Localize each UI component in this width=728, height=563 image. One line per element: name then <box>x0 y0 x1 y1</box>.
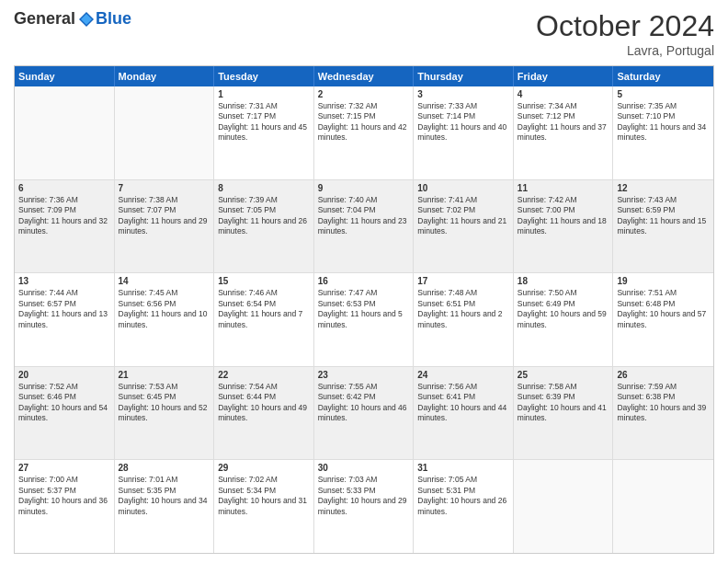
logo: General Blue <box>14 9 131 29</box>
cell-info: Sunrise: 7:44 AM Sunset: 6:57 PM Dayligh… <box>18 288 110 330</box>
day-number: 16 <box>318 276 410 286</box>
day-number: 23 <box>318 370 410 380</box>
day-number: 11 <box>518 183 609 193</box>
cell-info: Sunrise: 7:41 AM Sunset: 7:02 PM Dayligh… <box>417 195 509 237</box>
cell-info: Sunrise: 7:33 AM Sunset: 7:14 PM Dayligh… <box>417 101 509 144</box>
calendar-cell: 28Sunrise: 7:01 AM Sunset: 5:35 PM Dayli… <box>115 460 215 553</box>
calendar-cell: 22Sunrise: 7:54 AM Sunset: 6:44 PM Dayli… <box>214 367 314 460</box>
day-number: 21 <box>119 370 210 380</box>
cell-info: Sunrise: 7:47 AM Sunset: 6:53 PM Dayligh… <box>318 288 410 330</box>
day-number: 1 <box>218 89 310 99</box>
month-title: October 2024 <box>536 9 714 43</box>
calendar-cell: 8Sunrise: 7:39 AM Sunset: 7:05 PM Daylig… <box>214 180 314 273</box>
logo-icon <box>77 10 96 29</box>
calendar-row-1: 6Sunrise: 7:36 AM Sunset: 7:09 PM Daylig… <box>15 179 713 273</box>
calendar-cell: 29Sunrise: 7:02 AM Sunset: 5:34 PM Dayli… <box>214 460 314 553</box>
day-number: 28 <box>119 463 210 473</box>
calendar-cell: 11Sunrise: 7:42 AM Sunset: 7:00 PM Dayli… <box>514 180 614 273</box>
day-number: 26 <box>617 370 710 380</box>
calendar-cell: 19Sunrise: 7:51 AM Sunset: 6:48 PM Dayli… <box>613 273 713 366</box>
calendar-cell: 23Sunrise: 7:55 AM Sunset: 6:42 PM Dayli… <box>314 367 415 460</box>
cell-info: Sunrise: 7:48 AM Sunset: 6:51 PM Dayligh… <box>417 288 509 330</box>
day-number: 19 <box>617 276 710 286</box>
day-number: 29 <box>218 463 310 473</box>
calendar-cell <box>115 86 215 179</box>
calendar-cell: 10Sunrise: 7:41 AM Sunset: 7:02 PM Dayli… <box>414 180 514 273</box>
day-number: 31 <box>417 463 509 473</box>
calendar-cell: 5Sunrise: 7:35 AM Sunset: 7:10 PM Daylig… <box>613 86 713 179</box>
calendar-cell: 4Sunrise: 7:34 AM Sunset: 7:12 PM Daylig… <box>514 86 614 179</box>
cell-info: Sunrise: 7:43 AM Sunset: 6:59 PM Dayligh… <box>617 195 710 237</box>
calendar-header: SundayMondayTuesdayWednesdayThursdayFrid… <box>15 66 713 86</box>
cell-info: Sunrise: 7:54 AM Sunset: 6:44 PM Dayligh… <box>218 382 310 424</box>
cell-info: Sunrise: 7:05 AM Sunset: 5:31 PM Dayligh… <box>417 475 509 517</box>
calendar-cell <box>613 460 713 553</box>
cell-info: Sunrise: 7:42 AM Sunset: 7:00 PM Dayligh… <box>518 195 609 237</box>
day-number: 27 <box>18 463 110 473</box>
cell-info: Sunrise: 7:55 AM Sunset: 6:42 PM Dayligh… <box>318 382 410 424</box>
calendar-cell: 2Sunrise: 7:32 AM Sunset: 7:15 PM Daylig… <box>314 86 415 179</box>
cell-info: Sunrise: 7:58 AM Sunset: 6:39 PM Dayligh… <box>518 382 609 424</box>
day-number: 7 <box>119 183 210 193</box>
calendar-cell: 1Sunrise: 7:31 AM Sunset: 7:17 PM Daylig… <box>214 86 314 179</box>
calendar-row-0: 1Sunrise: 7:31 AM Sunset: 7:17 PM Daylig… <box>15 86 713 179</box>
cell-info: Sunrise: 7:02 AM Sunset: 5:34 PM Dayligh… <box>218 475 310 517</box>
cell-info: Sunrise: 7:59 AM Sunset: 6:38 PM Dayligh… <box>617 382 710 424</box>
day-number: 10 <box>417 183 509 193</box>
page: General Blue October 2024 Lavra, Portuga… <box>0 0 728 563</box>
cell-info: Sunrise: 7:36 AM Sunset: 7:09 PM Dayligh… <box>18 195 110 237</box>
calendar-row-4: 27Sunrise: 7:00 AM Sunset: 5:37 PM Dayli… <box>15 459 713 553</box>
calendar-cell: 3Sunrise: 7:33 AM Sunset: 7:14 PM Daylig… <box>414 86 514 179</box>
calendar-body: 1Sunrise: 7:31 AM Sunset: 7:17 PM Daylig… <box>15 86 713 553</box>
header-cell-tuesday: Tuesday <box>214 66 314 86</box>
calendar-cell: 24Sunrise: 7:56 AM Sunset: 6:41 PM Dayli… <box>414 367 514 460</box>
day-number: 5 <box>617 89 710 99</box>
cell-info: Sunrise: 7:45 AM Sunset: 6:56 PM Dayligh… <box>119 288 210 330</box>
logo-text: General Blue <box>14 9 131 29</box>
calendar-cell: 14Sunrise: 7:45 AM Sunset: 6:56 PM Dayli… <box>115 273 215 366</box>
cell-info: Sunrise: 7:46 AM Sunset: 6:54 PM Dayligh… <box>218 288 310 330</box>
cell-info: Sunrise: 7:53 AM Sunset: 6:45 PM Dayligh… <box>119 382 210 424</box>
calendar-row-2: 13Sunrise: 7:44 AM Sunset: 6:57 PM Dayli… <box>15 272 713 366</box>
cell-info: Sunrise: 7:01 AM Sunset: 5:35 PM Dayligh… <box>119 475 210 517</box>
calendar-cell: 20Sunrise: 7:52 AM Sunset: 6:46 PM Dayli… <box>15 367 115 460</box>
day-number: 15 <box>218 276 310 286</box>
day-number: 3 <box>417 89 509 99</box>
cell-info: Sunrise: 7:39 AM Sunset: 7:05 PM Dayligh… <box>218 195 310 237</box>
header: General Blue October 2024 Lavra, Portuga… <box>14 9 714 58</box>
calendar-cell: 27Sunrise: 7:00 AM Sunset: 5:37 PM Dayli… <box>15 460 115 553</box>
day-number: 2 <box>318 89 410 99</box>
calendar-cell: 13Sunrise: 7:44 AM Sunset: 6:57 PM Dayli… <box>15 273 115 366</box>
cell-info: Sunrise: 7:00 AM Sunset: 5:37 PM Dayligh… <box>18 475 110 517</box>
logo-general: General <box>14 9 75 29</box>
day-number: 6 <box>18 183 110 193</box>
title-area: October 2024 Lavra, Portugal <box>536 9 714 58</box>
calendar-cell: 12Sunrise: 7:43 AM Sunset: 6:59 PM Dayli… <box>613 180 713 273</box>
calendar-row-3: 20Sunrise: 7:52 AM Sunset: 6:46 PM Dayli… <box>15 366 713 460</box>
calendar-cell: 17Sunrise: 7:48 AM Sunset: 6:51 PM Dayli… <box>414 273 514 366</box>
header-cell-monday: Monday <box>115 66 215 86</box>
header-cell-thursday: Thursday <box>414 66 514 86</box>
logo-blue: Blue <box>96 9 131 29</box>
cell-info: Sunrise: 7:03 AM Sunset: 5:33 PM Dayligh… <box>318 475 410 517</box>
header-cell-sunday: Sunday <box>15 66 115 86</box>
day-number: 22 <box>218 370 310 380</box>
calendar-cell: 18Sunrise: 7:50 AM Sunset: 6:49 PM Dayli… <box>514 273 614 366</box>
calendar-cell <box>15 86 115 179</box>
header-cell-wednesday: Wednesday <box>314 66 415 86</box>
calendar-cell: 25Sunrise: 7:58 AM Sunset: 6:39 PM Dayli… <box>514 367 614 460</box>
calendar-cell: 6Sunrise: 7:36 AM Sunset: 7:09 PM Daylig… <box>15 180 115 273</box>
day-number: 14 <box>119 276 210 286</box>
day-number: 30 <box>318 463 410 473</box>
day-number: 25 <box>518 370 609 380</box>
day-number: 13 <box>18 276 110 286</box>
cell-info: Sunrise: 7:38 AM Sunset: 7:07 PM Dayligh… <box>119 195 210 237</box>
subtitle: Lavra, Portugal <box>536 43 714 58</box>
day-number: 12 <box>617 183 710 193</box>
calendar-cell: 21Sunrise: 7:53 AM Sunset: 6:45 PM Dayli… <box>115 367 215 460</box>
cell-info: Sunrise: 7:56 AM Sunset: 6:41 PM Dayligh… <box>417 382 509 424</box>
header-cell-friday: Friday <box>514 66 614 86</box>
day-number: 17 <box>417 276 509 286</box>
cell-info: Sunrise: 7:32 AM Sunset: 7:15 PM Dayligh… <box>318 101 410 144</box>
day-number: 9 <box>318 183 410 193</box>
